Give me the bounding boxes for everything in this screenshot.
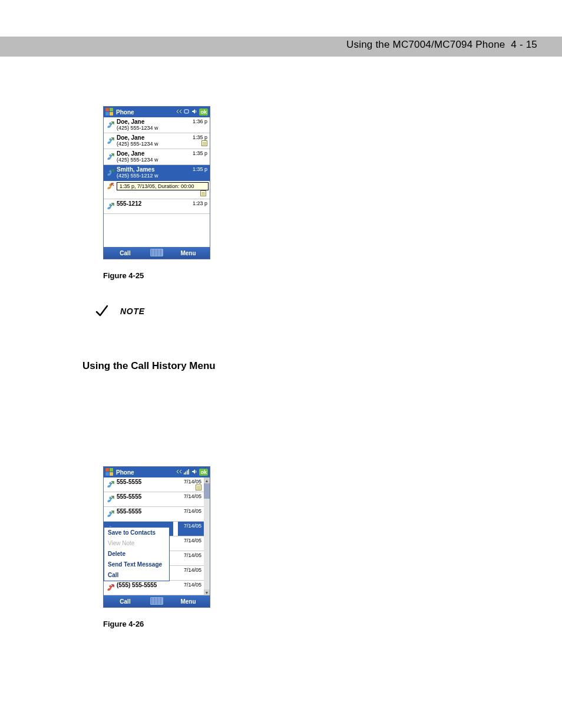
keyboard-icon xyxy=(150,249,163,256)
call-history-row-selected[interactable]: Smith, James (425) 555-1212 w 1:35 p xyxy=(104,165,210,181)
call-history-list: Doe, Jane (425) 555-1234 w 1:36 p Doe, J… xyxy=(104,117,210,247)
note-icon xyxy=(196,485,201,490)
call-history-row[interactable]: (555) 555-5555 7/14/05 xyxy=(104,581,204,595)
call-history-row[interactable]: 1:35 p, 7/13/05, Duration: 00:00 xyxy=(104,181,210,199)
screenshot-call-history-item: Phone ok xyxy=(103,106,210,259)
svg-marker-14 xyxy=(192,469,195,474)
call-contact-name: (555) 555-5555 xyxy=(117,582,177,588)
svg-marker-5 xyxy=(192,109,195,114)
call-history-row[interactable]: Doe, Jane (425) 555-1234 w 1:35 p xyxy=(104,149,210,165)
svg-rect-13 xyxy=(189,469,190,475)
call-history-row[interactable]: 555-5555 7/14/05 xyxy=(104,477,204,492)
call-contact-name: Smith, James xyxy=(117,166,186,173)
svg-rect-10 xyxy=(184,473,185,475)
call-date: 7/14/05 xyxy=(178,507,204,521)
list-empty-area xyxy=(104,214,210,247)
call-detail-tooltip: 1:35 p, 7/13/05, Duration: 00:00 xyxy=(117,182,209,190)
call-date: 7/14/05 xyxy=(178,479,201,485)
call-time: 1:35 p xyxy=(187,134,207,140)
figure-caption: Figure 4-26 xyxy=(103,620,515,628)
menu-item-delete[interactable]: Delete xyxy=(104,549,169,559)
page-header-label: Using the MC7004/MC7094 Phone 4 - 15 xyxy=(346,39,537,51)
menu-item-send-text-message[interactable]: Send Text Message xyxy=(104,559,169,570)
call-direction-icon xyxy=(104,492,117,506)
scrollbar[interactable]: ▲ ▼ xyxy=(204,477,210,595)
call-direction-icon xyxy=(104,117,117,133)
start-icon[interactable] xyxy=(105,108,114,116)
call-direction-icon xyxy=(104,181,117,199)
call-date: 7/14/05 xyxy=(178,581,204,595)
screenshot-call-history-menu: Phone ok xyxy=(103,466,210,608)
call-missed-icon xyxy=(104,581,117,595)
document-page: Using the MC7004/MC7094 Phone 4 - 15 Pho… xyxy=(0,0,562,728)
note-icon xyxy=(201,140,207,146)
call-direction-icon xyxy=(104,477,117,492)
call-contact-number: (425) 555-1234 w xyxy=(117,141,186,147)
signal-icon[interactable] xyxy=(184,469,190,476)
svg-rect-7 xyxy=(110,468,113,472)
connectivity-icon[interactable] xyxy=(176,469,182,476)
call-contact-name: Doe, Jane xyxy=(117,118,186,125)
ok-button[interactable]: ok xyxy=(199,108,208,116)
call-contact-name: 555-1212 xyxy=(117,200,186,207)
header-title: Using the MC7004/MC7094 Phone xyxy=(346,39,505,50)
connectivity-icon[interactable] xyxy=(176,108,182,116)
call-history-row[interactable]: Doe, Jane (425) 555-1234 w 1:35 p xyxy=(104,133,210,149)
scroll-thumb[interactable] xyxy=(204,483,210,499)
svg-rect-12 xyxy=(187,470,188,475)
system-tray: ok xyxy=(176,469,208,476)
svg-rect-9 xyxy=(110,472,113,476)
svg-rect-0 xyxy=(105,108,109,111)
call-direction-icon xyxy=(104,165,117,180)
soft-key-menu[interactable]: Menu xyxy=(167,250,210,256)
call-history-row[interactable]: 555-5555 7/14/05 xyxy=(104,492,204,507)
speaker-icon[interactable] xyxy=(191,108,197,116)
call-contact-name: 555-5555 xyxy=(117,479,177,485)
svg-rect-8 xyxy=(105,472,109,476)
system-tray: ok xyxy=(176,108,208,116)
svg-rect-4 xyxy=(184,110,189,113)
header-pageref: 4 - 15 xyxy=(511,39,537,50)
soft-key-call[interactable]: Call xyxy=(104,250,147,256)
note-callout: NOTE xyxy=(94,304,515,319)
note-label: NOTE xyxy=(120,307,145,316)
soft-key-bar: Call Menu xyxy=(104,247,210,259)
call-contact-number: (425) 555-1234 w xyxy=(117,157,186,163)
page-header-band: Using the MC7004/MC7094 Phone 4 - 15 xyxy=(0,37,562,57)
page-content: Phone ok xyxy=(82,106,515,628)
call-contact-number: (425) 555-1234 w xyxy=(117,125,186,131)
call-history-list: 555-5555 7/14/05 555-5555 xyxy=(104,477,204,595)
window-title: Phone xyxy=(116,109,134,116)
call-date: 7/14/05 xyxy=(178,551,204,565)
call-direction-icon xyxy=(104,149,117,164)
menu-item-call[interactable]: Call xyxy=(104,570,169,581)
call-history-row[interactable]: Doe, Jane (425) 555-1234 w 1:36 p xyxy=(104,117,210,133)
call-time: 1:35 p xyxy=(187,165,210,180)
scroll-down-button[interactable]: ▼ xyxy=(204,589,210,595)
speaker-icon[interactable] xyxy=(191,469,197,476)
svg-rect-3 xyxy=(110,112,113,116)
ok-button[interactable]: ok xyxy=(199,469,208,476)
call-time: 1:36 p xyxy=(187,117,210,133)
menu-item-save-to-contacts[interactable]: Save to Contacts xyxy=(104,528,169,538)
call-contact-name: Doe, Jane xyxy=(117,134,186,141)
data-icon[interactable] xyxy=(184,108,190,116)
call-history-row[interactable]: 555-1212 1:23 p xyxy=(104,199,210,214)
scroll-up-button[interactable]: ▲ xyxy=(204,477,210,483)
call-direction-icon xyxy=(104,199,117,213)
call-history-row[interactable]: 555-5555 7/14/05 xyxy=(104,507,204,522)
call-date: 7/14/05 xyxy=(178,566,204,580)
soft-key-menu[interactable]: Menu xyxy=(167,598,210,605)
call-contact-name: 555-5555 xyxy=(117,493,177,500)
soft-key-call[interactable]: Call xyxy=(104,598,147,605)
call-date: 7/14/05 xyxy=(178,492,204,506)
start-icon[interactable] xyxy=(105,468,114,476)
window-title: Phone xyxy=(116,469,134,476)
call-contact-name: Doe, Jane xyxy=(117,150,186,157)
menu-item-view-note[interactable]: View Note xyxy=(104,538,169,549)
soft-key-keyboard[interactable] xyxy=(147,597,167,606)
soft-key-keyboard[interactable] xyxy=(147,249,167,258)
svg-rect-2 xyxy=(105,112,109,116)
svg-rect-11 xyxy=(186,472,187,475)
call-direction-icon xyxy=(104,133,117,149)
